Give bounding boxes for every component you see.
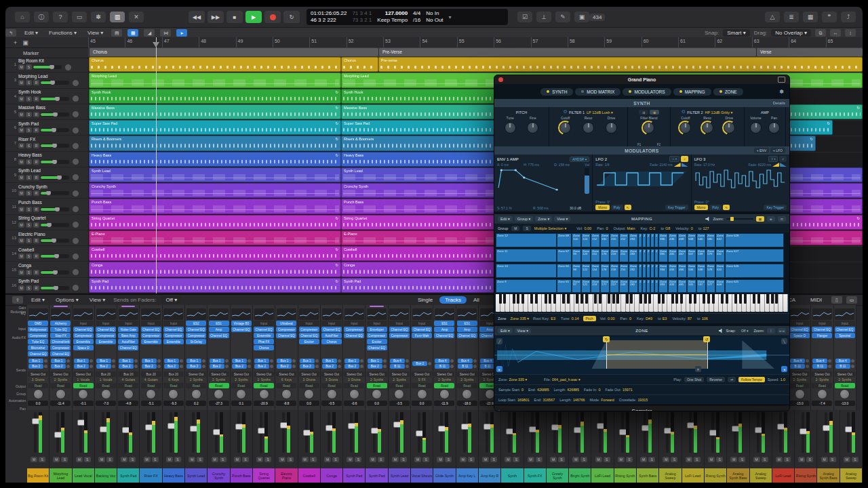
pan-knob[interactable] bbox=[72, 237, 79, 245]
group-slot[interactable]: 2: Synths bbox=[793, 377, 806, 382]
fx-slot[interactable]: ChromaVerb bbox=[50, 339, 71, 344]
input-slot[interactable]: Ultrabeat bbox=[276, 321, 296, 326]
eq-thumbnail[interactable] bbox=[835, 308, 854, 320]
share-icon[interactable]: ⤴ bbox=[841, 12, 856, 22]
solo-button[interactable]: S bbox=[129, 457, 136, 462]
fx-slot[interactable]: Channel EQ bbox=[835, 327, 855, 332]
region[interactable]: Synth Hook↻ bbox=[89, 89, 341, 104]
wide-view-icon[interactable]: ▭ bbox=[846, 296, 857, 304]
volume-slider[interactable] bbox=[41, 270, 69, 274]
input-slot[interactable]: ES2 bbox=[186, 321, 206, 326]
track-header[interactable]: 16Synth PadMSR bbox=[5, 278, 88, 293]
eq-thumbnail[interactable] bbox=[389, 308, 409, 320]
catch-playhead-icon[interactable]: ▸ bbox=[176, 29, 187, 37]
zone-cell[interactable]: Zone 393 bbox=[658, 279, 668, 293]
fx-slot[interactable]: Amp bbox=[457, 327, 477, 332]
mute-button[interactable]: M bbox=[640, 457, 647, 462]
fx-slot[interactable]: Channel EQ bbox=[254, 327, 274, 332]
zone-cell[interactable]: Zone 11 bbox=[496, 249, 557, 263]
send-knob[interactable] bbox=[338, 359, 341, 363]
lfo3-phase[interactable]: Phase: 0° bbox=[694, 200, 709, 204]
filter-power-icon[interactable]: ⏻ bbox=[682, 110, 686, 115]
zone-cell[interactable]: Zone 283 bbox=[629, 249, 638, 263]
send-knob[interactable] bbox=[315, 365, 319, 368]
piano-black-key[interactable] bbox=[744, 294, 747, 304]
send-knob[interactable] bbox=[248, 365, 251, 368]
fx-slot[interactable]: Channel EQ bbox=[163, 327, 184, 332]
solo-button[interactable]: S bbox=[558, 457, 565, 462]
piano-white-key[interactable] bbox=[538, 294, 542, 312]
channel-fader[interactable] bbox=[486, 412, 488, 453]
group-slot[interactable]: 2: Synths bbox=[54, 377, 67, 382]
eq-thumbnail[interactable] bbox=[141, 308, 161, 320]
volume-slider[interactable] bbox=[41, 160, 69, 164]
zone-audition-icon[interactable] bbox=[719, 329, 724, 333]
mapping-menu-edit[interactable]: Edit ▾ bbox=[498, 216, 513, 222]
automation-mode[interactable]: Read bbox=[321, 383, 342, 388]
tab-power-dot[interactable] bbox=[719, 90, 722, 93]
follow-tempo-button[interactable]: Follow Tempo bbox=[738, 377, 765, 382]
lfo2-fade-out-icon[interactable] bbox=[682, 163, 688, 167]
fx-slot[interactable]: Compressor bbox=[96, 333, 116, 338]
lfo2-fade[interactable]: Fade: 2140 ms bbox=[650, 163, 672, 167]
fader-strip[interactable]: MSSynth Lead bbox=[389, 410, 411, 483]
region[interactable]: E-Piano bbox=[89, 230, 341, 245]
send-knob[interactable] bbox=[180, 365, 183, 368]
zone-cell[interactable]: Zone 578 bbox=[706, 264, 715, 278]
audition-icon[interactable] bbox=[705, 217, 710, 222]
channel-fader[interactable] bbox=[757, 412, 760, 453]
piano-black-key[interactable] bbox=[580, 294, 583, 304]
send-knob[interactable] bbox=[473, 359, 477, 363]
region[interactable]: Super Saw Pad↻ bbox=[89, 120, 341, 135]
record-enable-button[interactable]: R bbox=[33, 112, 39, 117]
bar-ruler[interactable]: 4546474849505152535455565758596061626364… bbox=[88, 37, 863, 48]
send-knob[interactable] bbox=[806, 359, 809, 363]
loop-field[interactable]: Mode:Forward bbox=[590, 398, 614, 402]
eq-thumbnail[interactable] bbox=[51, 308, 71, 320]
env-hold[interactable]: H: 775 ms bbox=[524, 163, 539, 167]
piano-black-key[interactable] bbox=[608, 294, 610, 304]
metronome-icon[interactable]: ⟂ bbox=[536, 12, 551, 22]
track-header[interactable]: 8Heavy BassMSR bbox=[5, 152, 88, 167]
send-knob[interactable] bbox=[292, 359, 296, 363]
channel-strip[interactable]: ES1AmpChannel EQBus 4B 11Stereo Out2: Sy… bbox=[456, 305, 479, 411]
lfo2-keytrigger-button[interactable]: Key Trigger bbox=[665, 205, 688, 210]
mute-button[interactable]: M bbox=[18, 270, 24, 275]
group-solo-button[interactable]: S bbox=[523, 226, 530, 231]
volume-db-value[interactable]: -27.3 bbox=[209, 401, 229, 406]
track-header[interactable]: 10Crunchy SynthMSR bbox=[5, 183, 88, 199]
plugin-title-bar[interactable]: Grand Piano bbox=[494, 75, 789, 84]
reverse-button[interactable]: Reverse bbox=[707, 377, 725, 382]
solo-button[interactable]: S bbox=[806, 457, 813, 462]
send-knob[interactable] bbox=[360, 365, 363, 368]
zone-cell[interactable]: Zone 625 bbox=[725, 279, 784, 293]
zone-cell[interactable]: Zone 151 bbox=[591, 249, 600, 263]
track-header[interactable]: 14CowbellMSR bbox=[5, 246, 88, 262]
fader-strip[interactable]: MSSynth Pad bbox=[343, 410, 366, 483]
solo-button[interactable]: S bbox=[852, 457, 859, 462]
piano-black-key[interactable] bbox=[671, 294, 674, 304]
automation-mode[interactable]: Read bbox=[50, 383, 71, 388]
region[interactable]: Risers & Boomers↻ bbox=[89, 136, 341, 150]
playhead[interactable] bbox=[156, 37, 157, 293]
mapping-zoom-slider[interactable] bbox=[726, 218, 753, 220]
eq-thumbnail[interactable] bbox=[367, 308, 387, 320]
lfo3-rate[interactable]: Rate: 17.0 Hz bbox=[694, 163, 715, 167]
send-knob[interactable] bbox=[338, 365, 341, 368]
mute-button[interactable]: M bbox=[18, 207, 24, 212]
track-header[interactable]: 3Morphing LeadMSR bbox=[5, 73, 88, 88]
lfo3-fade-in-icon[interactable] bbox=[772, 163, 779, 167]
piano-white-key[interactable] bbox=[747, 294, 751, 312]
mute-button[interactable]: M bbox=[18, 190, 24, 196]
solo-button[interactable]: S bbox=[626, 457, 633, 462]
pan-knob[interactable] bbox=[72, 284, 79, 291]
fader-strip[interactable]: MSSynth FX bbox=[524, 410, 547, 483]
automation-mode[interactable]: Read bbox=[276, 383, 296, 388]
solo-button[interactable]: S bbox=[26, 159, 32, 165]
channel-strip[interactable]: InputCompressorChannel EQExciterBus 1Bus… bbox=[298, 305, 321, 411]
region[interactable]: Morphing Lead bbox=[89, 73, 341, 87]
volume-db-value[interactable]: 0.2 bbox=[186, 401, 206, 406]
fader-strip[interactable]: MSPunch Bass bbox=[231, 410, 253, 483]
piano-black-key[interactable] bbox=[675, 294, 678, 304]
fader-strip[interactable]: MSSynth Lead bbox=[185, 410, 208, 483]
